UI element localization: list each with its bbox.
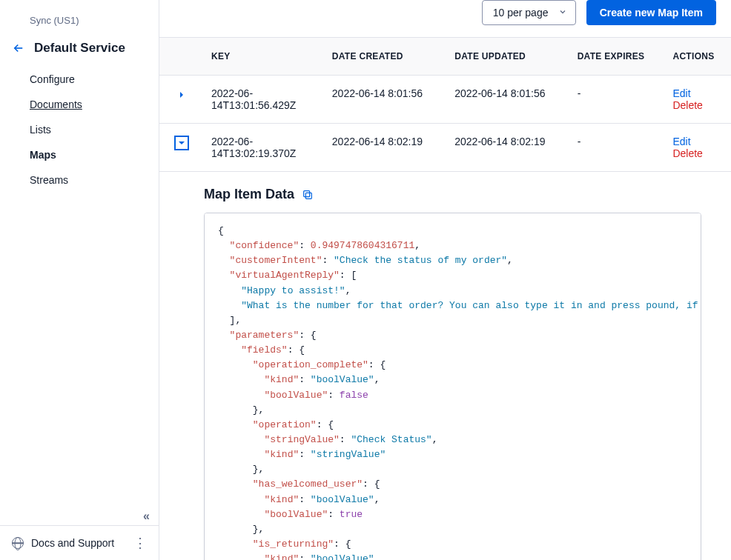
delete-link[interactable]: Delete (672, 147, 724, 159)
copy-icon[interactable] (302, 189, 314, 201)
table-row: 2022-06-14T13:02:19.370Z2022-06-14 8:02:… (159, 124, 731, 172)
sidebar-item-maps[interactable]: Maps (30, 146, 159, 164)
cell-key: 2022-06-14T13:02:19.370Z (204, 124, 325, 172)
main-content: 10 per page Create new Map Item KEY DATE… (159, 0, 731, 560)
svg-rect-0 (305, 193, 311, 199)
th-key: KEY (204, 38, 325, 76)
delete-link[interactable]: Delete (672, 99, 724, 111)
th-expires: DATE EXPIRES (570, 38, 666, 76)
more-icon[interactable]: ⋮ (133, 536, 147, 550)
expand-cell (159, 76, 204, 124)
globe-icon (12, 537, 24, 549)
cell-updated: 2022-06-14 8:01:56 (447, 76, 569, 124)
cell-expires: - (570, 124, 666, 172)
th-created: DATE CREATED (325, 38, 447, 76)
th-expand (159, 38, 204, 76)
sidebar-nav: Configure Documents Lists Maps Streams (30, 70, 159, 189)
back-arrow-icon[interactable] (12, 41, 25, 55)
th-actions: ACTIONS (665, 38, 731, 76)
edit-link[interactable]: Edit (672, 87, 724, 99)
sidebar-item-configure[interactable]: Configure (30, 70, 159, 88)
cell-key: 2022-06-14T13:01:56.429Z (204, 76, 325, 124)
json-viewer[interactable]: { "confidence": 0.9497478604316711, "cus… (204, 213, 701, 560)
sidebar-bottom: Docs and Support ⋮ (0, 525, 159, 560)
breadcrumb[interactable]: Sync (US1) (30, 15, 159, 26)
per-page-select-wrapper: 10 per page (482, 0, 576, 25)
cell-updated: 2022-06-14 8:02:19 (447, 124, 569, 172)
cell-actions: EditDelete (665, 124, 731, 172)
cell-created: 2022-06-14 8:02:19 (325, 124, 447, 172)
cell-actions: EditDelete (665, 76, 731, 124)
svg-rect-1 (304, 190, 310, 196)
th-updated: DATE UPDATED (447, 38, 569, 76)
sidebar-item-streams[interactable]: Streams (30, 171, 159, 189)
map-items-table: KEY DATE CREATED DATE UPDATED DATE EXPIR… (159, 38, 731, 172)
page-title: Default Service (34, 41, 125, 56)
detail-header: Map Item Data (204, 187, 701, 202)
map-item-detail: Map Item Data { "confidence": 0.94974786… (159, 172, 731, 560)
sidebar-item-lists[interactable]: Lists (30, 121, 159, 139)
sidebar-item-documents[interactable]: Documents (30, 96, 159, 113)
collapse-sidebar-icon[interactable]: « (143, 510, 150, 523)
create-map-item-button[interactable]: Create new Map Item (586, 0, 716, 25)
cell-expires: - (570, 76, 666, 124)
table-wrapper: KEY DATE CREATED DATE UPDATED DATE EXPIR… (159, 37, 731, 172)
sidebar-header: Default Service (12, 41, 159, 56)
caret-right-icon[interactable] (174, 87, 189, 102)
expand-cell (159, 124, 204, 172)
table-row: 2022-06-14T13:01:56.429Z2022-06-14 8:01:… (159, 76, 731, 124)
detail-title: Map Item Data (204, 187, 294, 202)
cell-created: 2022-06-14 8:01:56 (325, 76, 447, 124)
docs-support-label: Docs and Support (31, 537, 114, 549)
per-page-select[interactable]: 10 per page (482, 0, 576, 25)
edit-link[interactable]: Edit (672, 136, 724, 147)
caret-down-icon[interactable] (174, 136, 189, 150)
sidebar-top: Sync (US1) Default Service Configure Doc… (0, 15, 159, 189)
sidebar: Sync (US1) Default Service Configure Doc… (0, 0, 159, 560)
docs-support-link[interactable]: Docs and Support (12, 537, 114, 549)
toolbar: 10 per page Create new Map Item (159, 0, 731, 37)
